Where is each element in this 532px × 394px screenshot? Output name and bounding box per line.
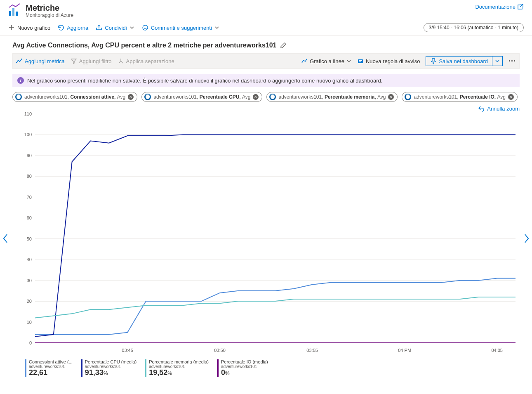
svg-text:20: 20 xyxy=(27,299,32,304)
page-title: Metriche xyxy=(26,3,73,12)
save-dropdown[interactable] xyxy=(492,57,502,66)
page-subtitle: Monitoraggio di Azure xyxy=(26,12,73,18)
svg-point-3 xyxy=(143,25,148,30)
edit-icon[interactable] xyxy=(280,42,287,49)
smiley-icon xyxy=(142,24,148,31)
svg-text:03:55: 03:55 xyxy=(306,348,318,353)
chevron-down-icon xyxy=(346,59,351,64)
apply-split-button: Applica separazione xyxy=(118,58,174,64)
filter-icon xyxy=(71,58,77,64)
legend-item[interactable]: Percentuale CPU (media)adventureworks101… xyxy=(81,359,145,377)
legend-item[interactable]: Percentuale memoria (media)adventurework… xyxy=(145,359,217,377)
metric-pill[interactable]: adventureworks101, Percentuale memoria, … xyxy=(266,92,398,102)
next-chart-button[interactable] xyxy=(524,234,530,243)
feedback-button[interactable]: Commenti e suggerimenti xyxy=(142,24,219,31)
remove-metric-icon[interactable]: ✕ xyxy=(253,94,259,100)
database-icon xyxy=(144,94,151,100)
svg-point-9 xyxy=(21,59,22,59)
remove-metric-icon[interactable]: ✕ xyxy=(508,94,514,100)
svg-text:60: 60 xyxy=(27,215,32,220)
unsaved-changes-notice: i Nel grafico sono presenti modifiche no… xyxy=(12,74,520,87)
svg-text:80: 80 xyxy=(27,174,32,179)
prev-chart-button[interactable] xyxy=(2,234,8,243)
svg-point-8 xyxy=(19,61,20,62)
time-range-picker[interactable]: 3/9 15:40 - 16:06 (automatico - 1 minuto… xyxy=(424,23,524,32)
svg-rect-1 xyxy=(12,8,14,16)
svg-text:100: 100 xyxy=(24,132,32,137)
svg-rect-11 xyxy=(359,60,362,61)
undo-icon xyxy=(478,105,485,112)
svg-rect-12 xyxy=(359,61,361,62)
database-icon xyxy=(15,94,22,100)
svg-rect-0 xyxy=(9,11,11,16)
save-dashboard-button[interactable]: Salva nel dashboard xyxy=(426,56,503,66)
svg-point-4 xyxy=(144,27,145,28)
split-icon xyxy=(118,58,124,64)
plus-icon xyxy=(8,24,15,31)
chevron-down-icon xyxy=(214,25,219,30)
external-link-icon xyxy=(517,3,524,10)
svg-text:03:45: 03:45 xyxy=(122,348,133,353)
database-icon xyxy=(405,94,411,100)
new-chart-button[interactable]: Nuovo grafico xyxy=(8,24,50,31)
alert-icon xyxy=(357,58,364,64)
svg-point-7 xyxy=(18,60,19,61)
metric-pill[interactable]: adventureworks101, Percentuale IO, Avg✕ xyxy=(402,92,518,102)
remove-metric-icon[interactable]: ✕ xyxy=(388,94,394,100)
svg-text:03:50: 03:50 xyxy=(214,348,226,353)
metric-pill[interactable]: adventureworks101, Percentuale CPU, Avg✕ xyxy=(141,92,262,102)
add-metric-icon xyxy=(16,58,23,64)
refresh-icon xyxy=(58,24,64,31)
remove-metric-icon[interactable]: ✕ xyxy=(128,94,134,100)
legend-item[interactable]: Connessioni attive (...adventureworks101… xyxy=(25,359,81,377)
add-metric-button[interactable]: Aggiungi metrica xyxy=(16,58,65,64)
metrics-chart[interactable]: 010203040506070809010011003:4503:5003:55… xyxy=(12,112,520,355)
metrics-icon xyxy=(8,3,21,17)
undo-zoom-button[interactable]: Annulla zoom xyxy=(478,105,520,112)
line-chart-icon xyxy=(301,58,308,64)
svg-text:04:05: 04:05 xyxy=(491,348,503,353)
pin-icon xyxy=(430,58,437,64)
refresh-button[interactable]: Aggiorna xyxy=(58,24,88,31)
chart-type-dropdown[interactable]: Grafico a linee xyxy=(301,58,351,64)
svg-text:04 PM: 04 PM xyxy=(398,348,411,353)
svg-text:70: 70 xyxy=(27,195,32,200)
svg-rect-10 xyxy=(358,59,363,63)
svg-text:50: 50 xyxy=(27,236,32,241)
more-button[interactable]: ··· xyxy=(508,57,516,66)
legend-item[interactable]: Percentuale IO (media)adventureworks1010… xyxy=(217,359,276,377)
add-filter-button: Aggiungi filtro xyxy=(71,58,112,64)
svg-text:10: 10 xyxy=(27,320,32,325)
svg-point-5 xyxy=(146,27,146,28)
share-icon xyxy=(96,24,102,31)
svg-text:0: 0 xyxy=(29,340,32,345)
svg-text:90: 90 xyxy=(27,153,32,158)
svg-rect-2 xyxy=(16,12,18,16)
share-button[interactable]: Condividi xyxy=(96,24,134,31)
chevron-down-icon xyxy=(129,25,134,30)
new-alert-button[interactable]: Nuova regola di avviso xyxy=(357,58,420,64)
svg-text:40: 40 xyxy=(27,257,32,262)
metric-pill[interactable]: adventureworks101, Connessioni attive, A… xyxy=(12,92,137,102)
chart-title: Avg Active Connections, Avg CPU percent … xyxy=(12,42,277,49)
info-icon: i xyxy=(17,77,24,84)
database-icon xyxy=(269,94,276,100)
svg-text:110: 110 xyxy=(24,112,32,116)
documentation-link[interactable]: Documentazione xyxy=(475,3,524,10)
svg-text:30: 30 xyxy=(27,278,32,283)
chevron-down-icon xyxy=(495,59,500,64)
